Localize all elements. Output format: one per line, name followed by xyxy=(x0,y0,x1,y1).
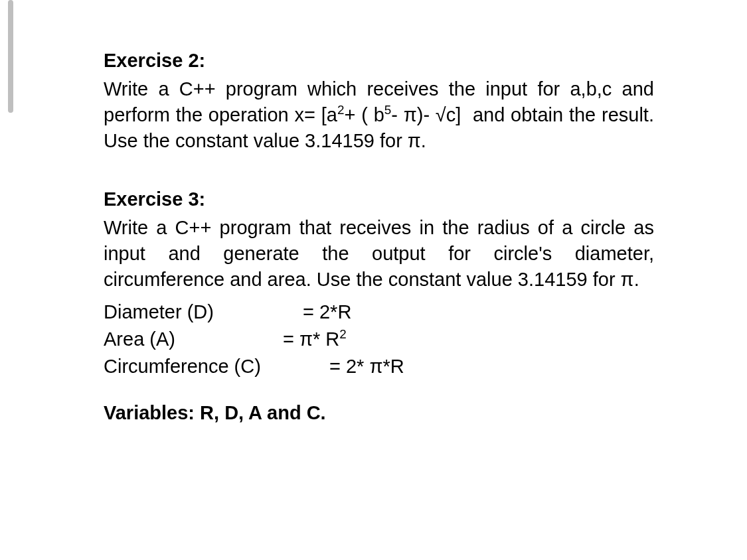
formulas-block: Diameter (D) = 2*R Area (A) = π* R2 Circ… xyxy=(104,299,654,380)
formula-label-diameter: Diameter (D) xyxy=(104,299,303,325)
formula-row: Area (A) = π* R2 xyxy=(104,326,654,352)
formula-value-diameter: = 2*R xyxy=(303,299,654,325)
formula-label-area: Area (A) xyxy=(104,326,283,352)
formula-label-circumference: Circumference (C) xyxy=(104,354,329,380)
scroll-indicator[interactable] xyxy=(8,0,13,113)
exercise-2-body: Write a C++ program which receives the i… xyxy=(104,76,654,154)
exercise-3-body: Write a C++ program that receives in the… xyxy=(104,215,654,293)
exercise-3-title: Exercise 3: xyxy=(104,186,654,212)
exercise-2-title: Exercise 2: xyxy=(104,48,654,74)
formula-value-circumference: = 2* π*R xyxy=(329,354,654,380)
formula-row: Circumference (C) = 2* π*R xyxy=(104,354,654,380)
variables-line: Variables: R, D, A and C. xyxy=(104,400,654,426)
formula-value-area: = π* R2 xyxy=(283,326,654,352)
formula-row: Diameter (D) = 2*R xyxy=(104,299,654,325)
